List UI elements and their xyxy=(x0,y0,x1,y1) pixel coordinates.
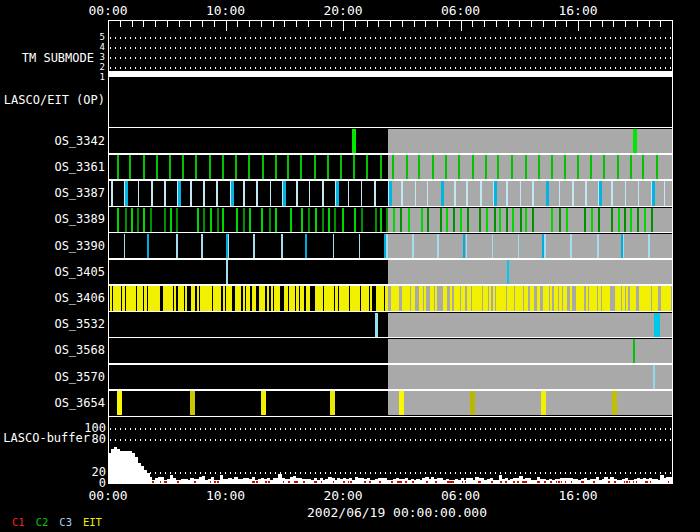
time-tick xyxy=(437,21,438,27)
os-row-label: OS_3654 xyxy=(0,397,105,409)
schedule-mark xyxy=(236,208,238,232)
future-region xyxy=(388,365,672,389)
schedule-mark xyxy=(254,286,256,310)
schedule-mark xyxy=(440,208,442,232)
os-row-label: OS_3387 xyxy=(0,187,105,199)
schedule-mark xyxy=(460,208,462,232)
time-tick xyxy=(284,21,285,27)
time-tick xyxy=(390,21,391,27)
schedule-mark xyxy=(463,234,465,258)
schedule-mark xyxy=(129,155,131,179)
schedule-mark xyxy=(406,155,408,179)
schedule-mark xyxy=(370,286,372,310)
schedule-mark xyxy=(296,181,298,205)
schedule-mark xyxy=(380,155,382,179)
time-tick xyxy=(613,21,614,27)
buffer-gridline xyxy=(110,439,671,441)
schedule-mark xyxy=(366,155,368,179)
time-tick xyxy=(355,21,356,27)
schedule-mark xyxy=(544,234,546,258)
schedule-mark xyxy=(352,129,356,153)
submode-gridline xyxy=(110,57,671,59)
schedule-mark xyxy=(400,208,402,232)
soho-lasco-schedule-chart: TM SUBMODE LASCO/EIT (OP) LASCO-buffer 2… xyxy=(0,0,700,532)
schedule-mark xyxy=(572,181,574,205)
schedule-mark xyxy=(511,155,513,179)
time-tick xyxy=(425,21,426,27)
schedule-mark xyxy=(226,260,228,284)
time-label-bottom: 00:00 xyxy=(81,489,135,502)
schedule-mark xyxy=(656,286,658,310)
time-tick xyxy=(132,21,133,27)
time-tick xyxy=(308,21,309,27)
schedule-mark xyxy=(637,208,639,232)
schedule-mark xyxy=(489,286,491,310)
schedule-mark xyxy=(653,365,655,389)
schedule-mark xyxy=(249,208,251,232)
buffer-gridline xyxy=(110,428,671,430)
schedule-mark xyxy=(150,208,152,232)
tm-submode-label: TM SUBMODE xyxy=(0,52,94,64)
time-tick xyxy=(367,21,368,27)
schedule-mark xyxy=(176,208,178,232)
schedule-mark xyxy=(322,208,324,232)
schedule-mark xyxy=(470,391,475,415)
schedule-mark xyxy=(654,286,656,310)
schedule-mark xyxy=(131,208,133,232)
schedule-mark xyxy=(190,181,192,205)
schedule-mark xyxy=(283,181,286,205)
schedule-mark xyxy=(518,234,520,258)
schedule-mark xyxy=(638,181,640,205)
future-region xyxy=(388,339,672,363)
schedule-mark xyxy=(164,208,166,232)
time-tick xyxy=(167,21,168,27)
schedule-mark xyxy=(178,181,181,205)
schedule-mark xyxy=(611,181,613,205)
schedule-mark xyxy=(380,208,382,232)
schedule-mark xyxy=(486,286,488,310)
schedule-mark xyxy=(374,181,376,205)
schedule-mark xyxy=(413,286,415,310)
schedule-mark xyxy=(559,208,561,232)
schedule-mark xyxy=(253,234,255,258)
legend-item-eit: EIT xyxy=(83,516,102,528)
schedule-mark xyxy=(424,286,426,310)
schedule-mark xyxy=(450,286,452,310)
schedule-mark xyxy=(309,181,311,205)
schedule-mark xyxy=(171,286,173,310)
schedule-mark xyxy=(564,155,566,179)
schedule-mark xyxy=(532,286,534,310)
schedule-mark xyxy=(281,234,283,258)
schedule-mark xyxy=(590,155,592,179)
time-label: 10:00 xyxy=(199,4,253,17)
plot-frame-bottom xyxy=(108,483,673,484)
schedule-mark xyxy=(506,208,508,232)
lasco-eit-op-label: LASCO/EIT (OP) xyxy=(0,94,105,106)
schedule-mark xyxy=(427,181,429,205)
schedule-mark xyxy=(203,181,205,205)
schedule-mark xyxy=(375,208,377,232)
schedule-mark xyxy=(466,181,468,205)
schedule-mark xyxy=(164,181,166,205)
schedule-mark xyxy=(138,181,140,205)
schedule-mark xyxy=(506,181,508,205)
schedule-mark xyxy=(621,234,623,258)
schedule-mark xyxy=(408,208,410,232)
os-row-label: OS_3406 xyxy=(0,292,105,304)
schedule-mark xyxy=(147,234,149,258)
schedule-mark xyxy=(193,286,195,310)
buffer-flag xyxy=(525,481,527,483)
schedule-mark xyxy=(435,286,437,310)
time-tick xyxy=(331,21,332,27)
schedule-mark xyxy=(375,313,378,337)
schedule-mark xyxy=(603,155,605,179)
schedule-mark xyxy=(591,208,593,232)
schedule-mark xyxy=(401,181,403,205)
schedule-mark xyxy=(479,208,481,232)
buffer-flag xyxy=(369,481,371,483)
schedule-mark xyxy=(497,155,499,179)
schedule-mark xyxy=(226,234,228,258)
schedule-mark xyxy=(308,208,310,232)
time-tick xyxy=(660,21,661,27)
schedule-mark xyxy=(219,286,221,310)
